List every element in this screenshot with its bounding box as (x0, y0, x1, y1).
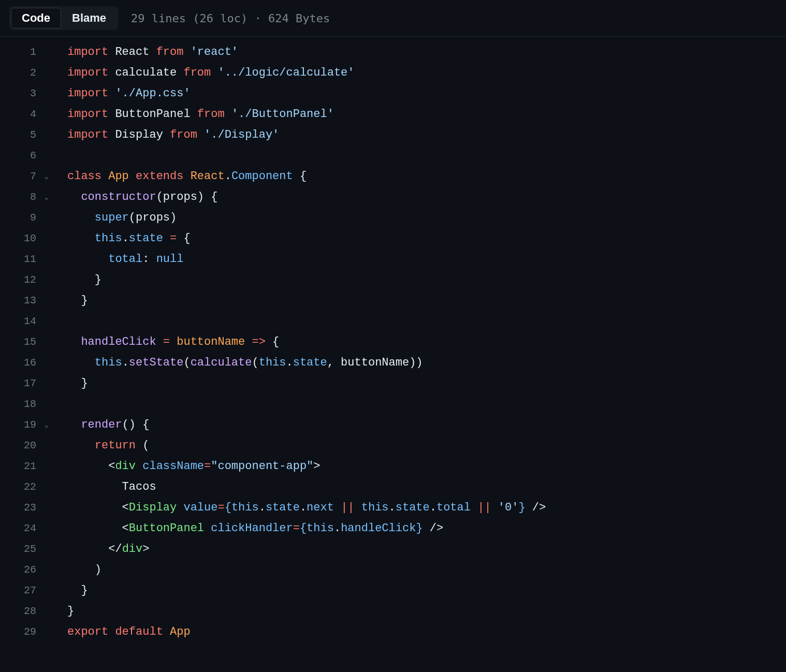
token: App (170, 625, 191, 638)
code-line[interactable]: Tacos (52, 477, 786, 498)
line-number[interactable]: 13 (0, 290, 52, 311)
line-number[interactable]: 23 (0, 498, 52, 518)
token (101, 170, 108, 183)
code-line[interactable]: render() { (52, 415, 786, 435)
token: export (67, 625, 108, 638)
code-line[interactable]: class App extends React.Component { (52, 166, 786, 187)
token: () { (122, 418, 150, 431)
code-line[interactable]: <Display value={this.state.next || this.… (52, 498, 786, 518)
code-line[interactable]: } (52, 580, 786, 601)
line-number[interactable]: 20 (0, 435, 52, 456)
code-line[interactable]: } (52, 270, 786, 290)
token: this (231, 501, 259, 514)
code-line[interactable] (52, 311, 786, 332)
code-content[interactable]: import React from 'react'import calculat… (52, 42, 786, 642)
token: null (156, 253, 184, 266)
code-line[interactable]: this.setState(calculate(this.state, butt… (52, 353, 786, 373)
code-line[interactable]: <div className="component-app"> (52, 456, 786, 477)
line-number[interactable]: 26 (0, 560, 52, 580)
code-line[interactable]: import calculate from '../logic/calculat… (52, 63, 786, 83)
token: ButtonPanel (108, 108, 197, 121)
line-number[interactable]: 10 (0, 228, 52, 249)
code-line[interactable]: import ButtonPanel from './ButtonPanel' (52, 104, 786, 125)
line-number[interactable]: 24 (0, 518, 52, 539)
line-number[interactable]: 15 (0, 332, 52, 353)
token (225, 108, 231, 121)
tab-code[interactable]: Code (11, 8, 61, 28)
code-line[interactable]: </div> (52, 539, 786, 560)
line-number[interactable]: 11 (0, 249, 52, 270)
line-number[interactable]: 14 (0, 311, 52, 332)
token (67, 356, 95, 369)
token (183, 46, 190, 59)
token: Tacos (67, 480, 156, 493)
code-line[interactable]: } (52, 373, 786, 394)
line-number[interactable]: 2 (0, 63, 52, 83)
token: Component (231, 170, 293, 183)
line-number[interactable]: 12 (0, 270, 52, 290)
line-number[interactable]: 28 (0, 601, 52, 622)
line-number[interactable]: 7⌄ (0, 166, 52, 187)
token (177, 501, 183, 514)
token: state (396, 501, 430, 514)
fold-toggle-icon[interactable]: ⌄ (45, 166, 49, 187)
code-line[interactable]: } (52, 290, 786, 311)
line-number[interactable]: 5 (0, 125, 52, 145)
code-line[interactable] (52, 145, 786, 166)
token (245, 335, 252, 348)
token: extends (136, 170, 183, 183)
line-number[interactable]: 3 (0, 83, 52, 104)
token: Display (108, 128, 170, 141)
code-line[interactable]: import './App.css' (52, 83, 786, 104)
token: ( (183, 356, 190, 369)
token: = (217, 501, 224, 514)
token (211, 66, 217, 79)
tab-blame[interactable]: Blame (61, 8, 117, 28)
token (204, 522, 211, 535)
code-line[interactable]: super(props) (52, 208, 786, 228)
code-line[interactable]: <ButtonPanel clickHandler={this.handleCl… (52, 518, 786, 539)
line-number[interactable]: 16 (0, 353, 52, 373)
line-number[interactable]: 22 (0, 477, 52, 498)
line-number[interactable]: 1 (0, 42, 52, 63)
token (67, 439, 95, 452)
line-number[interactable]: 17 (0, 373, 52, 394)
code-line[interactable] (52, 394, 786, 415)
line-number[interactable]: 29 (0, 622, 52, 642)
token: . (259, 501, 266, 514)
token: , buttonName)) (327, 356, 423, 369)
line-number[interactable]: 6 (0, 145, 52, 166)
token: from (170, 128, 197, 141)
line-number[interactable]: 21 (0, 456, 52, 477)
fold-toggle-icon[interactable]: ⌄ (45, 415, 49, 435)
line-number[interactable]: 8⌄ (0, 187, 52, 208)
token: state (266, 501, 300, 514)
code-line[interactable]: this.state = { (52, 228, 786, 249)
fold-toggle-icon[interactable]: ⌄ (45, 187, 49, 208)
token (108, 87, 115, 100)
token: . (286, 356, 293, 369)
code-line[interactable]: ) (52, 560, 786, 580)
code-line[interactable]: export default App (52, 622, 786, 642)
line-number[interactable]: 9 (0, 208, 52, 228)
code-line[interactable]: import Display from './Display' (52, 125, 786, 145)
line-number[interactable]: 25 (0, 539, 52, 560)
token (67, 418, 81, 431)
line-number[interactable]: 4 (0, 104, 52, 125)
line-number[interactable]: 19⌄ (0, 415, 52, 435)
line-number[interactable]: 27 (0, 580, 52, 601)
token: . (430, 501, 436, 514)
line-number[interactable]: 18 (0, 394, 52, 415)
code-line[interactable]: constructor(props) { (52, 187, 786, 208)
code-line[interactable]: total: null (52, 249, 786, 270)
token: next (307, 501, 334, 514)
code-line[interactable]: handleClick = buttonName => { (52, 332, 786, 353)
token (491, 501, 498, 514)
token: || (341, 501, 354, 514)
token (197, 128, 204, 141)
token: return (95, 439, 136, 452)
token: { (293, 170, 307, 183)
code-line[interactable]: import React from 'react' (52, 42, 786, 63)
code-line[interactable]: return ( (52, 435, 786, 456)
code-line[interactable]: } (52, 601, 786, 622)
